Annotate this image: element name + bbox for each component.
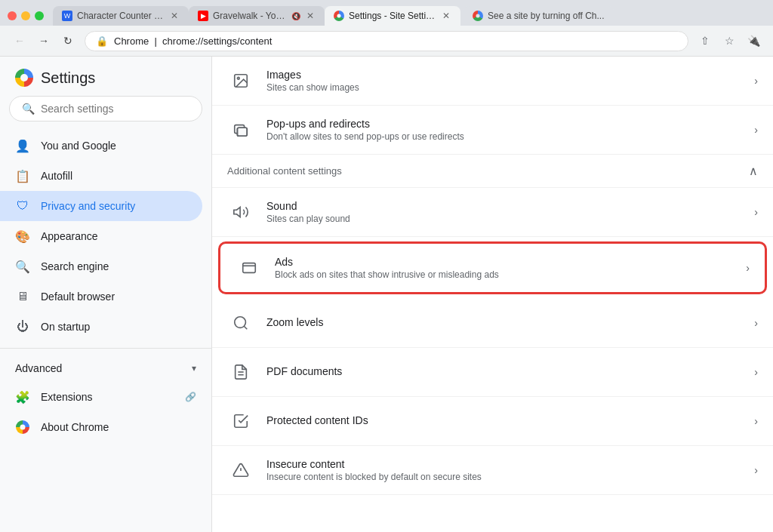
address-bar[interactable]: 🔒 Chrome | chrome://settings/content: [85, 31, 688, 51]
svg-point-1: [237, 77, 239, 79]
omnibar-protocol: Chrome: [114, 35, 149, 47]
nav-label-autofill: Autofill: [41, 170, 72, 182]
insecure-text: Insecure content Insecure content is blo…: [266, 458, 742, 482]
nav-label-appearance: Appearance: [41, 230, 98, 242]
sound-text: Sound Sites can play sound: [266, 200, 742, 224]
tab-3[interactable]: Settings - Site Settings ✕: [325, 6, 460, 26]
popups-title: Pop-ups and redirects: [266, 118, 742, 130]
list-item-ads-wrapper: Ads Block ads on sites that show intrusi…: [218, 241, 767, 294]
traffic-light-fullscreen[interactable]: [35, 11, 44, 20]
nav-item-privacy-security[interactable]: 🛡 Privacy and security: [0, 191, 202, 221]
images-title: Images: [266, 69, 742, 81]
list-item-images[interactable]: Images Sites can show images ›: [212, 57, 773, 106]
insecure-icon: [227, 457, 254, 484]
traffic-light-minimize[interactable]: [21, 11, 30, 20]
nav-label-extensions: Extensions: [41, 391, 174, 403]
ads-title: Ads: [275, 256, 734, 268]
tab-2-label: Gravelwalk - YouTube: [213, 11, 287, 21]
nav-label-you-and-google: You and Google: [41, 140, 116, 152]
nav-item-autofill[interactable]: 📋 Autofill: [0, 161, 202, 191]
ads-text: Ads Block ads on sites that show intrusi…: [275, 256, 734, 280]
sound-subtitle: Sites can play sound: [266, 214, 742, 224]
nav-item-on-startup[interactable]: ⏻ On startup: [0, 312, 202, 342]
reload-button[interactable]: ↻: [57, 30, 79, 51]
collapse-icon[interactable]: ∧: [749, 164, 758, 178]
nav-icon-appearance: 🎨: [15, 229, 30, 244]
pdf-text: PDF documents: [266, 365, 742, 379]
ads-chevron-icon: ›: [746, 262, 750, 274]
share-button[interactable]: ⇧: [694, 30, 716, 51]
search-icon: 🔍: [22, 103, 35, 115]
additional-section-label: Additional content settings: [227, 165, 342, 177]
nav-item-you-and-google[interactable]: 👤 You and Google: [0, 131, 202, 161]
settings-title: Settings: [41, 69, 95, 87]
nav-icon-default-browser: 🖥: [15, 289, 30, 304]
nav-icon-on-startup: ⏻: [15, 319, 30, 334]
advanced-label: Advanced: [15, 362, 62, 374]
zoom-chevron-icon: ›: [754, 317, 758, 329]
tab-2-mute-icon[interactable]: 🔇: [291, 12, 300, 20]
omnibar-url: Chrome | chrome://settings/content: [114, 35, 272, 47]
suggestion-text: See a site by turning off Ch...: [488, 11, 605, 21]
nav-label-about-chrome: About Chrome: [41, 421, 109, 433]
tab-1-close[interactable]: ✕: [169, 11, 180, 21]
advanced-section-toggle[interactable]: Advanced ▾: [0, 355, 211, 382]
svg-rect-6: [243, 263, 256, 273]
nav-icon-search-engine: 🔍: [15, 259, 30, 274]
extension-button[interactable]: 🔌: [743, 30, 764, 51]
tab-1[interactable]: W Character Counter - WordCou... ✕: [53, 6, 189, 26]
ads-icon: [236, 254, 263, 281]
images-icon: [227, 67, 254, 94]
back-button[interactable]: ←: [9, 30, 30, 51]
svg-rect-3: [237, 128, 247, 136]
popups-text: Pop-ups and redirects Don't allow sites …: [266, 118, 742, 142]
nav-item-about-chrome[interactable]: About Chrome: [0, 412, 202, 442]
list-item-pdf[interactable]: PDF documents ›: [212, 348, 773, 397]
sound-title: Sound: [266, 200, 742, 212]
popups-icon: [227, 116, 254, 143]
images-chevron-icon: ›: [754, 75, 758, 87]
additional-section-header: Additional content settings ∧: [212, 155, 773, 188]
nav-icon-you-and-google: 👤: [15, 138, 30, 153]
nav-icon-privacy-security: 🛡: [15, 198, 30, 214]
svg-marker-5: [234, 208, 240, 217]
nav-label-search-engine: Search engine: [41, 260, 109, 272]
zoom-icon: [227, 309, 254, 337]
ads-subtitle: Block ads on sites that show intrusive o…: [275, 269, 734, 280]
protected-icon: [227, 407, 254, 435]
nav-icon-extensions: 🧩: [15, 389, 30, 404]
protected-title: Protected content IDs: [266, 414, 742, 426]
sound-icon: [227, 198, 254, 226]
forward-button[interactable]: →: [33, 30, 54, 51]
nav-icon-about-chrome: [15, 420, 30, 435]
nav-item-search-engine[interactable]: 🔍 Search engine: [0, 251, 202, 281]
list-item-insecure[interactable]: Insecure content Insecure content is blo…: [212, 446, 773, 495]
tab-1-label: Character Counter - WordCou...: [77, 11, 165, 21]
tab-3-label: Settings - Site Settings: [349, 11, 436, 21]
tab-2-close[interactable]: ✕: [305, 11, 316, 21]
insecure-subtitle: Insecure content is blocked by default o…: [266, 472, 742, 482]
list-item-zoom[interactable]: Zoom levels ›: [212, 299, 773, 348]
list-item-ads[interactable]: Ads Block ads on sites that show intrusi…: [220, 244, 765, 292]
list-item-popups[interactable]: Pop-ups and redirects Don't allow sites …: [212, 106, 773, 155]
google-logo: [15, 69, 33, 87]
pdf-chevron-icon: ›: [754, 366, 758, 378]
svg-line-9: [244, 326, 247, 329]
nav-item-appearance[interactable]: 🎨 Appearance: [0, 221, 202, 251]
nav-item-extensions[interactable]: 🧩 Extensions 🔗: [0, 382, 202, 412]
tab-3-close[interactable]: ✕: [441, 11, 451, 21]
zoom-text: Zoom levels: [266, 316, 742, 330]
traffic-light-close[interactable]: [8, 11, 17, 20]
zoom-title: Zoom levels: [266, 316, 742, 328]
nav-icon-autofill: 📋: [15, 168, 30, 183]
tab-2[interactable]: ▶ Gravelwalk - YouTube 🔇 ✕: [189, 6, 325, 26]
images-subtitle: Sites can show images: [266, 82, 742, 93]
insecure-chevron-icon: ›: [754, 464, 758, 476]
list-item-sound[interactable]: Sound Sites can play sound ›: [212, 188, 773, 237]
list-item-protected[interactable]: Protected content IDs ›: [212, 397, 773, 446]
external-link-icon: 🔗: [185, 392, 196, 402]
bookmark-button[interactable]: ☆: [719, 30, 740, 51]
search-input[interactable]: [41, 103, 189, 115]
nav-item-default-browser[interactable]: 🖥 Default browser: [0, 281, 202, 312]
settings-search[interactable]: 🔍: [9, 96, 202, 121]
